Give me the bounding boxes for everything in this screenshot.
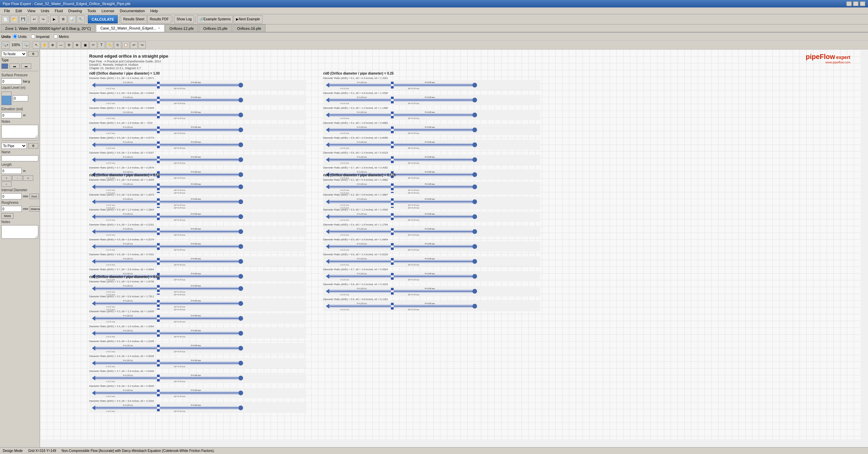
save-button[interactable]: 💾	[19, 15, 27, 23]
color-picker[interactable]	[1, 63, 8, 69]
next-example-button[interactable]: ▶ Next Example	[234, 15, 262, 23]
tab-case52[interactable]: Case_52_Water_Round_Edged... ×	[96, 24, 164, 32]
notes-input2[interactable]	[1, 225, 38, 239]
results-pdf-button[interactable]: Results PDF	[147, 15, 171, 23]
tool2-button[interactable]: ⚙	[59, 15, 67, 23]
pipe-settings-btn[interactable]: ⚙	[28, 143, 38, 149]
type-select[interactable]: To Node	[1, 51, 27, 57]
tool4-button[interactable]: 🔧	[77, 15, 85, 23]
color-btn2[interactable]: ▬	[21, 63, 31, 69]
svg-text:ΔP=0.45 bar: ΔP=0.45 bar	[408, 132, 419, 134]
add-pump-button[interactable]: ⚙	[65, 41, 73, 49]
add-pipe-button[interactable]: —	[57, 41, 64, 49]
type-settings-btn[interactable]: ⚙	[28, 51, 38, 57]
menu-tools[interactable]: Tools	[85, 8, 99, 14]
show-log-button[interactable]: Show Log	[174, 15, 194, 23]
list-item: Diameter Ratio (d0/D) = 0.1, d0 = 0.4 In…	[323, 77, 547, 91]
sep2	[48, 16, 49, 23]
menu-documentation[interactable]: Documentation	[117, 8, 147, 14]
tab-close-icon[interactable]: ×	[158, 26, 160, 30]
menu-file[interactable]: File	[1, 8, 13, 14]
svg-rect-7	[160, 83, 238, 87]
pan-button[interactable]: ✋	[41, 41, 48, 49]
tab-zone1[interactable]: Zone 1: Water [998.000000 kg/m³ at 0.0ba…	[1, 24, 95, 32]
text-button[interactable]: T	[98, 41, 105, 49]
pipe-type-select[interactable]: To Pipe	[1, 143, 27, 149]
menu-license[interactable]: License	[99, 8, 117, 14]
minimize-button[interactable]: _	[846, 1, 852, 6]
svg-rect-484	[95, 302, 157, 305]
duct-btn[interactable]: Duct	[29, 194, 39, 199]
svg-point-125	[472, 83, 477, 87]
svg-rect-120	[329, 83, 391, 87]
tool1-button[interactable]: ▶	[50, 15, 58, 23]
open-button[interactable]: 📂	[10, 15, 18, 23]
svg-text:F=1.23 L/s: F=1.23 L/s	[123, 198, 133, 200]
len-btn4[interactable]: ÷	[1, 181, 12, 187]
more-btn[interactable]: More	[1, 213, 14, 219]
undo-button[interactable]: ↩	[30, 15, 38, 23]
len-btn3[interactable]: ×	[23, 175, 33, 181]
svg-text:ΔP=0.45 bar: ΔP=0.45 bar	[174, 234, 185, 236]
svg-rect-497	[95, 317, 157, 320]
len-btn2[interactable]: -	[12, 175, 22, 181]
delete-button[interactable]: ✂	[90, 41, 97, 49]
redo-button[interactable]: ↪	[39, 15, 47, 23]
tab-orifices12[interactable]: Orifices-12.pfe	[165, 24, 198, 32]
left-panel: To Node ⚙ Type ▬ ▬ Surface Pressure bar.…	[0, 50, 40, 447]
tab-orifices15[interactable]: Orifices-15.pfe	[199, 24, 232, 32]
surface-pressure-input[interactable]	[1, 78, 22, 84]
pipe-svg: F=1.23 L/sP=0.95 barv=2.5 m/sΔP=0.45 bar	[89, 110, 306, 120]
menu-edit[interactable]: Edit	[13, 8, 25, 14]
menu-units[interactable]: Units	[38, 8, 52, 14]
calculate-button[interactable]: CALCULATE	[88, 15, 118, 23]
svg-text:P=0.95 bar: P=0.95 bar	[191, 228, 201, 230]
example-systems-button[interactable]: 🔗 Example Systems	[197, 15, 233, 23]
results-sheet-button[interactable]: Results Sheet	[121, 15, 146, 23]
measure-button[interactable]: 📏	[106, 41, 113, 49]
elevation-input[interactable]	[1, 112, 22, 118]
svg-rect-393	[329, 230, 391, 233]
select-button[interactable]: ▣	[81, 41, 89, 49]
maximize-button[interactable]: □	[853, 1, 859, 6]
length-input[interactable]	[1, 168, 22, 174]
roughness-input[interactable]	[1, 206, 22, 212]
menu-help[interactable]: Help	[147, 8, 161, 14]
svg-text:v=2.5 m/s: v=2.5 m/s	[106, 351, 115, 353]
svg-text:v=2.5 m/s: v=2.5 m/s	[106, 395, 115, 397]
liquid-level-input[interactable]	[13, 95, 28, 101]
svg-point-528	[238, 346, 243, 351]
imperial-option[interactable]: Imperial	[31, 34, 50, 39]
len-btn1[interactable]: +	[1, 175, 12, 181]
svg-rect-514	[160, 332, 238, 335]
notes-input1[interactable]	[1, 125, 38, 138]
zoom-out-button[interactable]: 🔍-	[22, 41, 29, 49]
tab-orifices16[interactable]: Orifices-16.pfe	[233, 24, 266, 32]
metric-option[interactable]: Metric	[54, 34, 69, 39]
add-node-button[interactable]: ⊕	[49, 41, 56, 49]
close-button[interactable]: ×	[860, 1, 865, 6]
svg-text:P=0.95 bar: P=0.95 bar	[191, 141, 201, 143]
tool3-button[interactable]: 📊	[68, 15, 76, 23]
svg-text:v=2.5 m/s: v=2.5 m/s	[340, 264, 349, 266]
add-valve-button[interactable]: ⊗	[73, 41, 81, 49]
svg-point-541	[238, 361, 243, 366]
cursor-button[interactable]: ↖	[33, 41, 40, 49]
menu-drawing[interactable]: Drawing	[65, 8, 84, 14]
menu-view[interactable]: View	[25, 8, 38, 14]
menu-fluid[interactable]: Fluid	[52, 8, 65, 14]
internal-diameter-input[interactable]	[1, 193, 22, 199]
paste-button[interactable]: 📋	[122, 41, 130, 49]
material-btn[interactable]: Material	[29, 206, 40, 212]
color-btn1[interactable]: ▬	[9, 63, 20, 69]
undo-draw-button[interactable]: ↩	[130, 41, 138, 49]
name-input[interactable]	[1, 155, 38, 161]
redo-draw-button[interactable]: ↪	[138, 41, 146, 49]
zoom-in-button[interactable]: 🔍+	[1, 41, 9, 49]
copy-button[interactable]: ⎘	[114, 41, 121, 49]
canvas-area[interactable]: pipe Flow expert www.pipeflow.com Round …	[40, 50, 868, 447]
new-button[interactable]: 📄	[1, 15, 9, 23]
units-option[interactable]: Units	[13, 34, 27, 39]
svg-point-554	[238, 376, 243, 380]
section3-title: rid0 (Orifice diameter / pipe diameter) …	[89, 173, 313, 177]
